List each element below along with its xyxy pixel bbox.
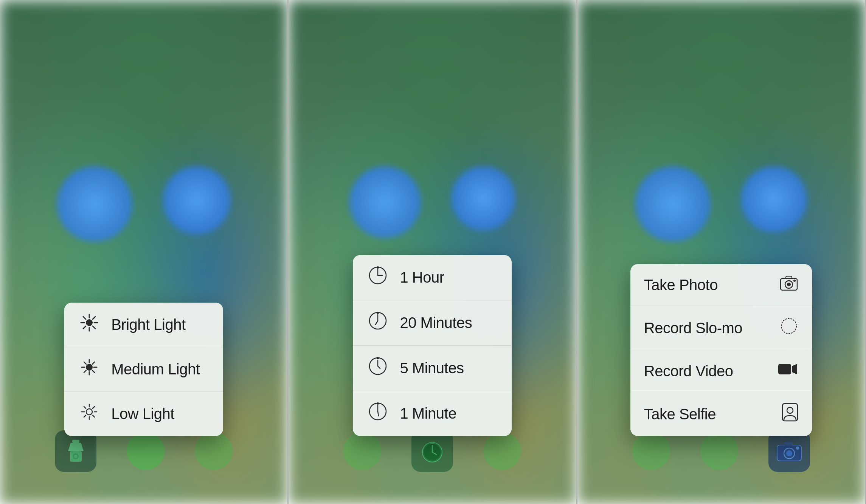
blue-circle-6 <box>741 166 807 232</box>
green-dot-5 <box>632 432 670 470</box>
svg-line-25 <box>93 407 95 408</box>
1-hour-icon <box>366 266 389 289</box>
low-light-icon <box>78 402 101 425</box>
svg-point-63 <box>787 407 793 413</box>
svg-line-14 <box>84 362 86 364</box>
camera-dock-icon[interactable] <box>768 430 810 472</box>
svg-point-56 <box>787 283 791 286</box>
svg-line-17 <box>84 370 86 373</box>
blue-circle-5 <box>635 166 711 242</box>
svg-line-23 <box>84 407 86 408</box>
20-minutes-icon <box>366 311 389 335</box>
svg-rect-67 <box>784 442 793 445</box>
timer-dock-icon[interactable] <box>411 430 453 472</box>
take-photo-icon <box>779 275 798 295</box>
svg-point-68 <box>796 447 799 450</box>
5-minutes-label: 5 Minutes <box>400 360 464 377</box>
record-slomo-label: Record Slo-mo <box>644 320 742 337</box>
svg-point-9 <box>86 364 93 371</box>
svg-point-31 <box>74 455 77 458</box>
svg-line-16 <box>92 362 95 364</box>
low-light-item[interactable]: Low Light <box>64 392 223 436</box>
svg-line-5 <box>83 317 86 319</box>
svg-line-8 <box>83 326 86 329</box>
camera-menu: Take Photo Record Slo-mo <box>630 264 812 436</box>
svg-point-59 <box>781 318 796 334</box>
green-dot-2 <box>195 432 233 470</box>
medium-light-item[interactable]: Medium Light <box>64 347 223 392</box>
panel3-content: Take Photo Record Slo-mo <box>577 264 865 481</box>
green-dot-6 <box>700 432 738 470</box>
flashlight-panel: Bright Light Medium <box>0 0 289 504</box>
svg-line-24 <box>93 415 95 417</box>
camera-panel: Take Photo Record Slo-mo <box>577 0 866 504</box>
record-video-item[interactable]: Record Video <box>630 350 812 392</box>
svg-marker-28 <box>68 443 84 451</box>
svg-line-43 <box>378 366 380 368</box>
green-dot-3 <box>343 432 381 470</box>
svg-line-39 <box>376 321 378 325</box>
svg-point-0 <box>86 319 93 326</box>
svg-line-26 <box>84 415 86 417</box>
take-selfie-icon <box>782 403 798 425</box>
take-photo-item[interactable]: Take Photo <box>630 264 812 306</box>
bright-light-label: Bright Light <box>111 316 185 333</box>
svg-marker-61 <box>792 364 797 374</box>
svg-point-66 <box>786 450 792 456</box>
flashlight-menu: Bright Light Medium <box>64 303 223 436</box>
green-dot-1 <box>127 432 165 470</box>
svg-point-44 <box>377 357 379 359</box>
svg-line-7 <box>93 317 95 319</box>
svg-point-48 <box>377 402 379 405</box>
5-minutes-item[interactable]: 5 Minutes <box>353 346 512 391</box>
timer-menu: 1 Hour 20 Minutes <box>353 255 512 436</box>
1-hour-label: 1 Hour <box>400 269 444 286</box>
mid-icons-1 <box>0 166 287 242</box>
panel2-content: 1 Hour 20 Minutes <box>289 255 576 481</box>
record-slomo-icon <box>779 317 798 339</box>
svg-point-18 <box>86 409 92 415</box>
1-minute-item[interactable]: 1 Minute <box>353 391 512 436</box>
20-minutes-label: 20 Minutes <box>400 314 472 331</box>
1-hour-item[interactable]: 1 Hour <box>353 255 512 300</box>
svg-line-15 <box>92 370 95 373</box>
1-minute-icon <box>366 402 389 425</box>
svg-line-47 <box>378 411 379 416</box>
record-video-icon <box>777 361 798 381</box>
20-minutes-item[interactable]: 20 Minutes <box>353 300 512 346</box>
5-minutes-icon <box>366 356 389 380</box>
medium-light-label: Medium Light <box>111 361 200 378</box>
bright-light-item[interactable]: Bright Light <box>64 303 223 347</box>
take-photo-label: Take Photo <box>644 277 718 294</box>
mid-icons-2 <box>289 166 576 238</box>
svg-rect-27 <box>72 440 79 443</box>
medium-light-icon <box>78 358 101 381</box>
svg-point-58 <box>793 280 796 282</box>
svg-rect-60 <box>778 364 791 374</box>
svg-rect-53 <box>430 442 435 444</box>
svg-line-6 <box>93 326 95 329</box>
green-dot-4 <box>483 432 521 470</box>
1-minute-label: 1 Minute <box>400 405 456 422</box>
bright-light-icon <box>78 313 101 336</box>
panel1-content: Bright Light Medium <box>0 303 287 481</box>
blue-circle-3 <box>349 166 421 238</box>
svg-point-40 <box>377 312 379 314</box>
blue-circle-2 <box>163 166 231 234</box>
blue-circle-4 <box>451 166 515 230</box>
low-light-label: Low Light <box>111 405 174 422</box>
blue-circle-1 <box>57 166 132 242</box>
take-selfie-label: Take Selfie <box>644 406 716 423</box>
record-slomo-item[interactable]: Record Slo-mo <box>630 306 812 350</box>
mid-icons-3 <box>577 166 865 242</box>
timer-panel: 1 Hour 20 Minutes <box>289 0 577 504</box>
flashlight-dock-icon[interactable] <box>55 430 96 472</box>
record-video-label: Record Video <box>644 363 733 380</box>
take-selfie-item[interactable]: Take Selfie <box>630 392 812 436</box>
